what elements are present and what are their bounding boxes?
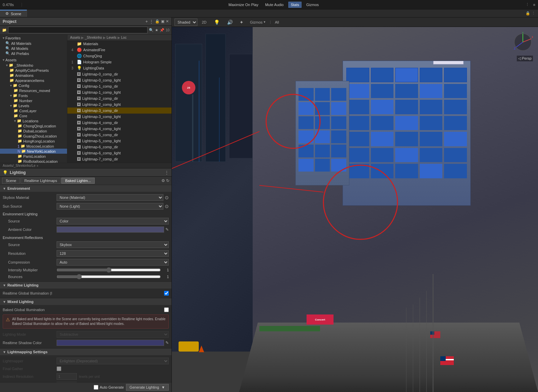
tree-corelayer[interactable]: 📁 CoreLayer — [0, 108, 67, 113]
lightmap-res-input[interactable] — [57, 382, 77, 382]
asset-list-item[interactable]: 🖼Lightmap-4_comp_light — [67, 126, 171, 132]
mixed-lighting-header[interactable]: ▼ Mixed Lighting — [0, 298, 171, 305]
lighting-mode-select[interactable]: Subtractive — [57, 331, 169, 338]
tree-core[interactable]: 📁 Core — [0, 113, 67, 118]
generate-lighting-btn[interactable]: Generate Lighting ▼ — [126, 384, 169, 391]
effects-btn[interactable]: ✦ — [237, 19, 246, 26]
bounces-slider[interactable] — [57, 274, 161, 279]
fav-all-materials[interactable]: 🔍 All Materials — [0, 41, 67, 46]
tree-config[interactable]: ▼ 📁 Config — [0, 83, 67, 88]
intensity-slider[interactable] — [57, 268, 161, 272]
lightmapping-header[interactable]: ▼ Lightmapping Settings — [0, 349, 171, 355]
tree-locations[interactable]: ▼ 📁 Locations — [0, 118, 67, 123]
skybox-dot-btn[interactable]: ⊙ — [165, 195, 169, 200]
fav-all-models[interactable]: 🔍 All Models — [0, 46, 67, 51]
asset-list-item[interactable]: 🖼Lightmap-2_comp_dir — [67, 95, 171, 101]
2d-btn[interactable]: 2D — [199, 19, 209, 25]
asset-list-item[interactable]: 4🔴AnimatedFire — [67, 47, 171, 53]
tab-realtime-lightmaps[interactable]: Realtime Lightmaps — [21, 178, 61, 184]
refl-source-select[interactable]: Skybox — [57, 241, 169, 248]
search-star-btn[interactable]: ★ — [155, 28, 158, 32]
lightmapper-select[interactable]: Enlighten (Deprecated) — [57, 358, 169, 364]
maximize-on-play-btn[interactable]: Maximize On Play — [226, 2, 260, 7]
asset-list-item[interactable]: 🖼Lightmap-3_comp_dir — [67, 108, 171, 114]
asset-list-item[interactable]: 3💡LightingData — [67, 65, 171, 71]
tree-number[interactable]: 📁 Number — [0, 98, 67, 103]
tree-shrekinho[interactable]: ▼ 📁 _Shrekinho — [0, 63, 67, 68]
tab-scene[interactable]: Scene — [2, 178, 20, 184]
tree-animations[interactable]: 📁 Animations — [0, 73, 67, 78]
search-input[interactable] — [8, 27, 148, 33]
scene-tab[interactable]: ⚙ Scene — [0, 10, 27, 17]
shadow-color-swatch[interactable] — [57, 340, 164, 346]
search-folder-btn[interactable]: 📁 — [2, 28, 7, 32]
lights-btn[interactable]: 💡 — [211, 19, 223, 26]
shaded-dropdown[interactable]: Shaded — [175, 19, 197, 26]
asset-list-item[interactable]: 🖼Lightmap-0_comp_light — [67, 77, 171, 83]
project-collapse-btn[interactable]: ▣ — [161, 19, 164, 24]
sun-source-select[interactable]: None (Light) — [57, 203, 163, 210]
ambient-color-swatch[interactable] — [57, 227, 164, 233]
tree-paris[interactable]: 📁 ParisLocation — [0, 154, 67, 159]
sun-source-dot-btn[interactable]: ⊙ — [165, 204, 169, 209]
tree-levels[interactable]: ▼ 📁 Levels — [0, 103, 67, 108]
lighting-more-btn[interactable]: ⋮ — [165, 170, 169, 175]
tree-resources[interactable]: 📁 Resources_moved — [0, 88, 67, 93]
scene-all-btn[interactable]: All — [273, 20, 281, 25]
lighting-refresh-btn[interactable]: ↻ — [166, 178, 169, 183]
shadow-color-btn[interactable]: ✎ — [165, 340, 169, 345]
project-close-btn[interactable]: ✕ — [166, 19, 169, 24]
scene-tab-more[interactable]: ⋮ — [532, 11, 535, 16]
compression-select[interactable]: Auto — [57, 259, 169, 266]
asset-list-item[interactable]: 🖼Lightmap-4_comp_dir — [67, 120, 171, 126]
stats-btn[interactable]: Stats — [288, 2, 302, 8]
tree-appearance[interactable]: 📁 AppearanceItems — [0, 78, 67, 83]
indirect-res-input[interactable] — [57, 373, 77, 380]
project-add-btn[interactable]: + — [145, 19, 148, 24]
favorites-header[interactable]: ▼ Favorites — [0, 35, 67, 41]
project-menu-btn[interactable]: ⋮ — [149, 19, 154, 24]
tree-newyork[interactable]: N 📁 NewYorkLocation — [0, 149, 67, 154]
asset-list-item[interactable]: 🖼Lightmap-0_comp_dir — [67, 71, 171, 77]
scene-tab-lock[interactable]: 🔒 — [526, 11, 530, 16]
fav-all-prefabs[interactable]: 🔍 All Prefabs — [0, 51, 67, 56]
asset-list-item[interactable]: 🖼Lightmap-6_comp_dir — [67, 144, 171, 150]
tree-amplify[interactable]: 📁 AmplifyColorPresets — [0, 68, 67, 73]
asset-list-item[interactable]: 1📄Hologram Simple — [67, 59, 171, 65]
realtime-lighting-header[interactable]: ▼ Realtime Lighting — [0, 282, 171, 289]
project-lock-btn[interactable]: 🔒 — [155, 19, 160, 24]
final-gather-checkbox[interactable] — [57, 366, 61, 371]
asset-list-item[interactable]: 🖼Lightmap-5_comp_dir — [67, 132, 171, 138]
assets-header[interactable]: ▼ Assets — [0, 57, 67, 63]
tree-fonts[interactable]: ▼ 📁 Fonts — [0, 93, 67, 98]
auto-generate-checkbox[interactable] — [94, 385, 98, 390]
tree-dubai[interactable]: 📁 DubaiLocation — [0, 128, 67, 133]
asset-list-item[interactable]: 🖼Lightmap-6_comp_light — [67, 150, 171, 156]
resolution-select[interactable]: 128 — [57, 250, 169, 257]
realtime-gi-checkbox[interactable] — [164, 291, 169, 296]
lighting-settings-btn[interactable]: ⚙ — [161, 178, 165, 183]
env-source-select[interactable]: Color — [57, 218, 169, 224]
asset-list-item[interactable]: 📁Materials — [67, 41, 171, 47]
environment-header[interactable]: ▼ Environment — [0, 185, 171, 192]
asset-list-item[interactable]: 🖼Lightmap-5_comp_light — [67, 138, 171, 144]
tab-baked-lightmaps[interactable]: Baked Lightm... — [61, 178, 94, 184]
audio-btn[interactable]: 🔊 — [225, 19, 235, 26]
bgi-checkbox[interactable] — [164, 307, 169, 312]
skybox-material-select[interactable]: None (Material) — [57, 194, 163, 201]
ambient-color-btn[interactable]: ✎ — [165, 227, 169, 232]
asset-list-item[interactable]: 🖼Lightmap-7_comp_light — [67, 162, 171, 163]
asset-list-item[interactable]: 🖼Lightmap-1_comp_dir — [67, 83, 171, 89]
asset-list-item[interactable]: 🖼Lightmap-3_comp_light — [67, 114, 171, 120]
asset-list-item[interactable]: 🌐ChongQing — [67, 53, 171, 59]
gizmos-btn[interactable]: Gizmos — [304, 2, 321, 7]
tree-rio[interactable]: 📁 RioBotafogoLocation — [0, 159, 67, 163]
mute-audio-btn[interactable]: Mute Audio — [263, 2, 286, 7]
asset-list-item[interactable]: 🖼Lightmap-2_comp_light — [67, 101, 171, 108]
tree-hongkong[interactable]: 📁 HongKongLocation — [0, 139, 67, 144]
search-scan-btn[interactable]: 🔍 — [149, 28, 154, 32]
tree-guangzhou[interactable]: 📁 GuangZhouLocation — [0, 133, 67, 139]
tree-moscow[interactable]: 1 📁 MoscowLocation — [0, 144, 67, 149]
tree-chongqing[interactable]: 📁 ChongQingLocation — [0, 123, 67, 128]
scene-gizmos-btn[interactable]: Gizmos ▼ — [248, 20, 268, 25]
